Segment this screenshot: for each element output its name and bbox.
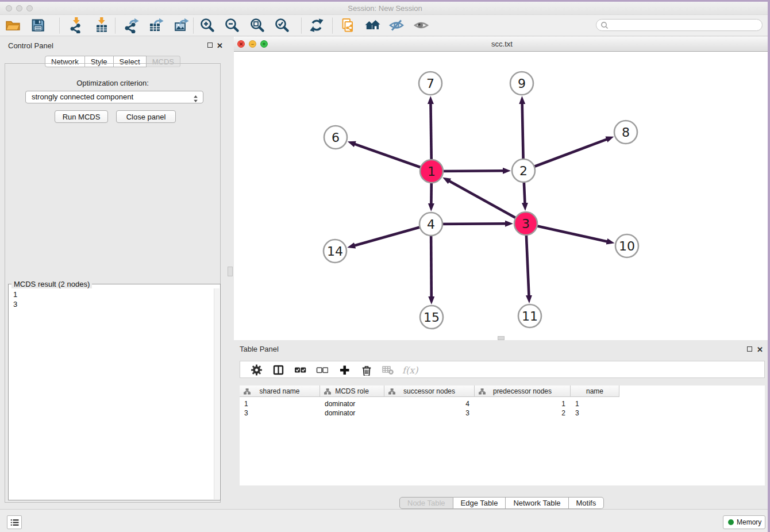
svg-text:11: 11	[522, 309, 538, 323]
criterion-select[interactable]: strongly connected component	[25, 91, 203, 103]
add-column-button[interactable]	[334, 361, 354, 379]
graph-node-14[interactable]: 14	[324, 240, 346, 263]
graph-edge-2-8[interactable]	[523, 139, 607, 171]
table-cell[interactable]: 1	[571, 399, 619, 408]
table-cell[interactable]: 3	[240, 408, 320, 418]
panel-splitter-handle[interactable]	[228, 267, 233, 276]
svg-text:3: 3	[522, 217, 530, 231]
mcds-result-list[interactable]: 13	[9, 288, 214, 499]
open-folder-icon	[5, 17, 21, 33]
run-mcds-button[interactable]: Run MCDS	[55, 110, 108, 123]
table-cell[interactable]: 2	[475, 408, 571, 418]
table-cell[interactable]: 1	[475, 399, 571, 408]
control-panel-float-icon[interactable]	[207, 43, 213, 48]
select-all-button[interactable]	[290, 361, 310, 379]
network-window-title: scc.txt	[234, 40, 770, 48]
close-panel-button[interactable]: Close panel	[116, 110, 176, 123]
table-cell[interactable]: 1	[240, 399, 320, 408]
table-tab-node-table[interactable]: Node Table	[399, 497, 453, 509]
table-cell[interactable]: dominator	[320, 408, 384, 418]
home-network-button[interactable]	[361, 16, 383, 35]
delete-table-button[interactable]	[378, 361, 397, 379]
table-panel-tabs: Node TableEdge TableNetwork TableMotifs	[399, 497, 604, 509]
graph-node-15[interactable]: 15	[420, 306, 443, 329]
import-network-button[interactable]	[66, 16, 87, 35]
column-header-shared-name[interactable]: shared name	[240, 385, 320, 397]
node-table-header: shared nameMCDS rolesuccessor nodesprede…	[240, 385, 619, 397]
open-session-button[interactable]	[2, 16, 24, 35]
search-box[interactable]	[596, 19, 763, 31]
svg-text:2: 2	[519, 164, 528, 178]
show-view-button[interactable]	[410, 16, 432, 35]
graph-node-2[interactable]: 2	[512, 159, 535, 182]
main-toolbar	[0, 15, 770, 36]
export-network-button[interactable]	[121, 16, 143, 35]
search-input[interactable]	[611, 20, 758, 30]
export-table-button[interactable]	[145, 16, 167, 35]
save-session-button[interactable]	[27, 16, 49, 35]
column-header-name[interactable]: name	[571, 385, 619, 397]
columns-button[interactable]	[268, 361, 288, 379]
graph-node-8[interactable]: 8	[614, 121, 637, 144]
graph-node-10[interactable]: 10	[615, 234, 638, 257]
table-cell[interactable]: dominator	[320, 399, 384, 408]
select-all-icon	[294, 364, 306, 376]
deselect-all-button[interactable]	[312, 361, 332, 379]
network-resize-grip[interactable]	[498, 336, 505, 340]
graph-node-3[interactable]: 3	[514, 212, 537, 235]
graph-edge-1-6[interactable]	[355, 144, 432, 171]
table-cell[interactable]: 3	[384, 408, 475, 418]
toolbar-separator	[301, 18, 302, 33]
control-panel-close-icon[interactable]: ✕	[217, 43, 223, 49]
table-tab-motifs[interactable]: Motifs	[569, 497, 605, 509]
sitemap-icon	[324, 388, 331, 395]
zoom-selected-button[interactable]	[271, 16, 293, 35]
graph-node-4[interactable]: 4	[419, 213, 442, 236]
mcds-result-scrollbar[interactable]	[214, 288, 220, 499]
gear-button[interactable]	[247, 361, 266, 379]
table-row[interactable]: 1dominator411	[240, 399, 765, 408]
refresh-icon	[309, 17, 325, 33]
hide-eye-icon	[388, 17, 405, 33]
function-button[interactable]: f(x)	[401, 361, 420, 379]
graph-node-6[interactable]: 6	[324, 126, 347, 149]
graph-edge-3-1[interactable]	[449, 181, 526, 223]
export-table-icon	[148, 17, 164, 33]
table-row[interactable]: 3dominator323	[240, 408, 765, 418]
memory-button[interactable]: Memory	[723, 515, 765, 529]
memory-status-dot	[728, 519, 734, 525]
graph-node-9[interactable]: 9	[510, 72, 533, 95]
select-spinner-icon	[194, 94, 198, 106]
table-cell[interactable]: 3	[571, 408, 619, 418]
graph-node-1[interactable]: 1	[420, 160, 443, 183]
mcds-result-legend: MCDS result (2 nodes)	[11, 280, 92, 288]
refresh-button[interactable]	[306, 16, 328, 35]
zoom-out-button[interactable]	[221, 16, 243, 35]
share-document-button[interactable]	[337, 16, 359, 35]
export-image-button[interactable]	[171, 16, 192, 35]
zoom-in-button[interactable]	[197, 16, 218, 35]
graph-edge-3-10[interactable]	[526, 223, 607, 241]
network-window-titlebar[interactable]: ✕ − + scc.txt	[234, 37, 770, 52]
column-header-successor-nodes[interactable]: successor nodes	[384, 385, 475, 397]
svg-text:1: 1	[428, 164, 436, 179]
network-graph[interactable]: 7968124314101511	[234, 52, 770, 340]
table-panel-close-icon[interactable]: ✕	[757, 347, 763, 353]
zoom-fit-button[interactable]	[247, 16, 268, 35]
delete-column-button[interactable]	[356, 361, 376, 379]
add-column-icon	[338, 364, 351, 376]
graph-node-11[interactable]: 11	[518, 304, 541, 327]
column-header-predecessor-nodes[interactable]: predecessor nodes	[475, 385, 571, 397]
toolbar-separator	[332, 18, 333, 33]
column-header-MCDS-role[interactable]: MCDS role	[320, 385, 384, 397]
graph-node-7[interactable]: 7	[419, 72, 442, 95]
table-cell[interactable]: 4	[384, 399, 475, 408]
task-history-button[interactable]	[7, 515, 22, 529]
hide-view-button[interactable]	[386, 16, 407, 35]
table-tab-network-table[interactable]: Network Table	[506, 497, 568, 509]
table-tab-edge-table[interactable]: Edge Table	[453, 497, 506, 509]
import-table-button[interactable]	[91, 16, 113, 35]
import-table-icon	[94, 17, 110, 33]
table-panel-float-icon[interactable]	[747, 346, 752, 352]
svg-text:9: 9	[518, 76, 526, 91]
